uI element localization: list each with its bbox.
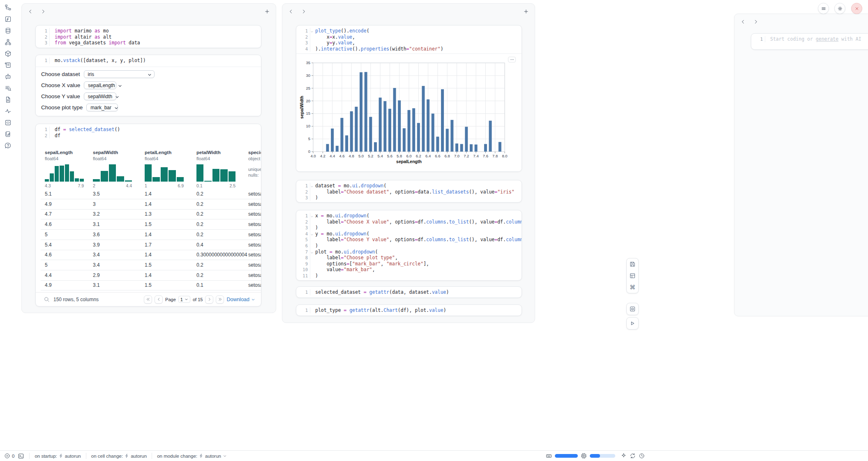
cell-vstack-controls[interactable]: 1mo.vstack([dataset, x, y, plot])Choose … xyxy=(35,55,261,116)
code-editor[interactable]: 1df = selected_dataset()2df xyxy=(36,124,261,141)
table-row[interactable]: 4.931.40.2setosa xyxy=(41,199,261,210)
generate-with-ai-link[interactable]: generate xyxy=(816,36,838,42)
logs-scroll-icon[interactable] xyxy=(5,62,12,69)
move-column-right-button[interactable] xyxy=(301,9,307,14)
code-editor[interactable]: 1dataset = mo.ui.dropdown(2 label="Choos… xyxy=(296,180,522,203)
document-icon[interactable] xyxy=(5,96,12,103)
dropdown-choose-y-value[interactable]: sepalWidth xyxy=(84,92,116,100)
table-row[interactable]: 4.63.11.50.2setosa xyxy=(41,219,261,230)
code-editor[interactable]: 1mo.vstack([dataset, x, y, plot]) xyxy=(36,55,261,66)
table-row[interactable]: 4.42.91.40.2setosa xyxy=(41,270,261,281)
notebook-menu-button[interactable] xyxy=(818,3,829,14)
code-placeholder-input[interactable]: Start coding or generate with AI xyxy=(765,36,861,42)
dropdown-choose-plot-type[interactable]: mark_bar xyxy=(86,104,118,111)
last-page-button[interactable] xyxy=(216,295,224,304)
prev-page-button[interactable] xyxy=(155,295,163,304)
svg-text:6.0: 6.0 xyxy=(406,154,411,158)
code-editor[interactable]: 1import marimo as mo2import altair as al… xyxy=(36,25,261,48)
code-snippet-icon[interactable] xyxy=(5,119,12,126)
table-cell: 0.2 xyxy=(196,201,203,207)
move-column-left-button[interactable] xyxy=(740,19,746,25)
column-header[interactable]: petalWidth xyxy=(196,150,221,155)
scratchpad-button[interactable] xyxy=(626,303,639,315)
code-editor[interactable]: 1x = mo.ui.dropdown(2 label="Choose X va… xyxy=(296,210,522,281)
chart-options-button[interactable] xyxy=(508,57,516,62)
keyboard-shortcuts-button[interactable]: ⌘ xyxy=(628,283,637,292)
download-button[interactable]: Download xyxy=(226,297,255,302)
shutdown-button[interactable] xyxy=(851,3,862,14)
chat-bot-icon[interactable] xyxy=(5,73,12,80)
dependency-graph-icon[interactable] xyxy=(5,39,12,46)
move-column-left-button[interactable] xyxy=(28,9,33,14)
table-row[interactable]: 4.63.41.40.30000000000000004setosa xyxy=(41,250,261,260)
table-row[interactable]: 4.93.11.50.1setosa xyxy=(41,280,261,290)
add-cell-button[interactable] xyxy=(264,9,270,14)
table-cell: 0.2 xyxy=(196,191,203,197)
scratchpad-notebook-icon[interactable] xyxy=(5,131,12,138)
bar-chart[interactable]: 051015202530354.04.24.44.64.85.05.25.45.… xyxy=(299,56,519,166)
cell-dataset-dropdown[interactable]: 1dataset = mo.ui.dropdown(2 label="Choos… xyxy=(296,180,522,203)
page-select[interactable]: 1 xyxy=(178,296,190,303)
column-histogram[interactable] xyxy=(45,164,84,182)
search-icon[interactable] xyxy=(44,296,50,302)
table-row[interactable]: 53.61.40.2setosa xyxy=(41,230,261,240)
table-row[interactable]: 5.43.91.70.4setosa xyxy=(41,240,261,250)
fold-chevron-icon[interactable] xyxy=(310,184,314,187)
fold-chevron-icon[interactable] xyxy=(310,232,314,235)
layout-grid-button[interactable] xyxy=(628,271,637,280)
refresh-icon[interactable] xyxy=(630,453,636,459)
table-row[interactable]: 53.41.50.2setosa xyxy=(41,260,261,270)
column-histogram[interactable] xyxy=(93,164,132,182)
fold-chevron-icon[interactable] xyxy=(310,29,314,32)
cell-selected-dataset[interactable]: 1selected_dataset = getattr(data, datase… xyxy=(296,286,522,298)
code-line: df xyxy=(50,133,60,139)
table-row[interactable]: 4.73.21.30.2setosa xyxy=(41,209,261,219)
dataframe-table[interactable]: sepalLengthfloat644.37.9sepalWidthfloat6… xyxy=(41,147,261,291)
ai-sparkle-icon[interactable] xyxy=(621,453,627,459)
column-histogram[interactable] xyxy=(196,164,235,182)
terminal-button[interactable] xyxy=(18,453,24,459)
save-button[interactable] xyxy=(628,260,637,269)
function-square-icon[interactable] xyxy=(5,16,12,23)
column-histogram[interactable] xyxy=(145,164,184,182)
table-row[interactable]: 5.13.51.40.2setosa xyxy=(41,189,261,199)
table-cell: 0.2 xyxy=(196,262,203,268)
next-page-button[interactable] xyxy=(205,295,213,304)
help-icon[interactable] xyxy=(5,142,12,149)
move-column-right-button[interactable] xyxy=(40,9,46,14)
code-editor[interactable]: 1plot_type = getattr(alt.Chart(df), plot… xyxy=(296,305,522,316)
cell-dataframe[interactable]: 1df = selected_dataset()2dfsepalLengthfl… xyxy=(35,124,261,307)
fold-chevron-icon[interactable] xyxy=(310,214,314,217)
run-button[interactable] xyxy=(626,317,639,330)
on-startup-setting[interactable]: on startup: autorun xyxy=(35,454,81,459)
error-count-indicator[interactable]: 0 xyxy=(4,453,14,459)
dropdown-choose-dataset[interactable]: iris xyxy=(84,70,155,78)
first-page-button[interactable] xyxy=(144,295,152,304)
column-header[interactable]: species xyxy=(248,150,261,155)
cell-plot-type[interactable]: 1plot_type = getattr(alt.Chart(df), plot… xyxy=(296,304,522,316)
settings-button[interactable] xyxy=(834,3,845,14)
cell-plot[interactable]: 1plot_type().encode(2 x=x.value,3 y=y.va… xyxy=(296,25,522,172)
cell-imports[interactable]: 1import marimo as mo2import altair as al… xyxy=(35,25,261,48)
on-cell-change-setting[interactable]: on cell change: autorun xyxy=(91,454,147,459)
tracing-activity-icon[interactable] xyxy=(5,108,12,115)
code-editor[interactable]: 1selected_dataset = getattr(data, datase… xyxy=(296,287,522,297)
fold-chevron-icon[interactable] xyxy=(310,250,314,253)
on-module-change-setting[interactable]: on module change: autorun xyxy=(157,454,227,459)
add-cell-button[interactable] xyxy=(523,9,529,14)
package-icon[interactable] xyxy=(5,50,12,57)
column-header[interactable]: sepalLength xyxy=(45,150,73,155)
empty-cell[interactable]: 1 Start coding or generate with AI xyxy=(751,33,868,50)
column-header[interactable]: sepalWidth xyxy=(93,150,118,155)
svg-text:0: 0 xyxy=(308,149,310,154)
move-column-left-button[interactable] xyxy=(288,9,294,14)
move-column-right-button[interactable] xyxy=(753,19,759,25)
file-tree-icon[interactable] xyxy=(5,4,12,11)
column-header[interactable]: petalLength xyxy=(145,150,171,155)
snippets-search-icon[interactable] xyxy=(5,85,12,92)
code-editor[interactable]: 1plot_type().encode(2 x=x.value,3 y=y.va… xyxy=(296,25,522,54)
dropdown-choose-x-value[interactable]: sepalLength xyxy=(84,81,116,89)
history-clock-icon[interactable] xyxy=(639,453,645,459)
database-icon[interactable] xyxy=(5,27,12,34)
cell-xy-plot-dropdowns[interactable]: 1x = mo.ui.dropdown(2 label="Choose X va… xyxy=(296,210,522,281)
